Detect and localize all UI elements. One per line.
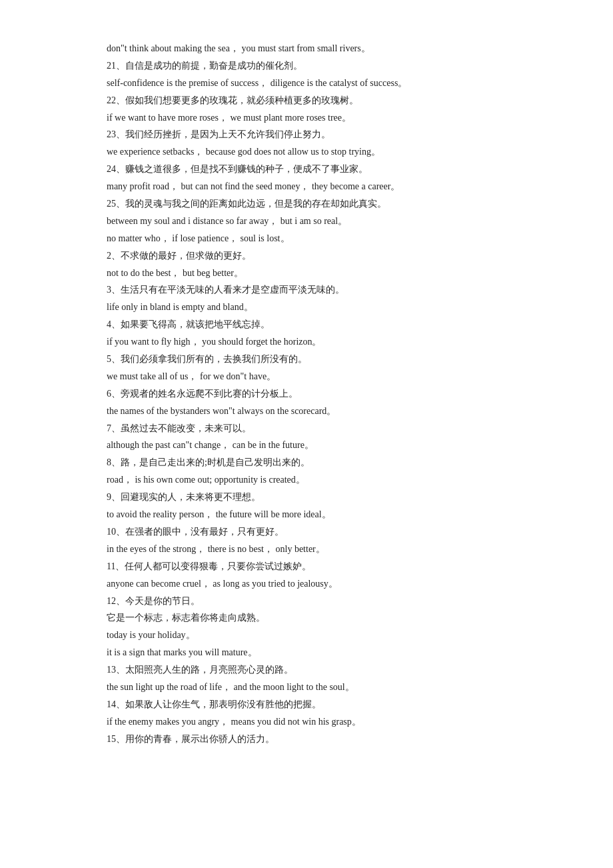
text-line-24: although the past can"t change， can be i…: [107, 437, 506, 454]
text-line-13: 2、不求做的最好，但求做的更好。: [107, 247, 506, 265]
text-line-2: 21、自信是成功的前提，勤奋是成功的催化剂。: [107, 57, 506, 75]
text-line-32: anyone can become cruel， as long as you …: [107, 575, 506, 593]
text-line-28: to avoid the reality person， the future …: [107, 506, 506, 523]
text-line-20: we must take all of us， for we don"t hav…: [107, 368, 506, 385]
text-line-40: if the enemy makes you angry， means you …: [107, 713, 506, 731]
text-line-11: between my soul and i distance so far aw…: [107, 213, 506, 230]
text-line-14: not to do the best， but beg better。: [107, 265, 506, 282]
main-content: don"t think about making the sea， you mu…: [107, 40, 506, 748]
text-line-41: 15、用你的青春，展示出你骄人的活力。: [107, 731, 506, 748]
text-line-18: if you want to fly high， you should forg…: [107, 333, 506, 351]
text-line-3: self-confidence is the premise of succes…: [107, 75, 506, 92]
text-line-15: 3、生活只有在平淡无味的人看来才是空虚而平淡无味的。: [107, 281, 506, 299]
text-line-4: 22、假如我们想要更多的玫瑰花，就必须种植更多的玫瑰树。: [107, 92, 506, 109]
text-line-5: if we want to have more roses， we must p…: [107, 109, 506, 127]
text-line-12: no matter who， if lose patience， soul is…: [107, 230, 506, 247]
text-line-22: the names of the bystanders won"t always…: [107, 403, 506, 420]
text-line-38: the sun light up the road of life， and t…: [107, 679, 506, 696]
text-line-36: it is a sign that marks you will mature。: [107, 644, 506, 661]
text-line-25: 8、路，是自己走出来的;时机是自己发明出来的。: [107, 454, 506, 471]
text-line-23: 7、虽然过去不能改变，未来可以。: [107, 420, 506, 437]
text-line-27: 9、回避现实的人，未来将更不理想。: [107, 489, 506, 506]
text-line-26: road， is his own come out; opportunity i…: [107, 471, 506, 489]
text-line-17: 4、如果要飞得高，就该把地平线忘掉。: [107, 316, 506, 333]
text-line-9: many profit road， but can not find the s…: [107, 178, 506, 195]
text-line-16: life only in bland is empty and bland。: [107, 299, 506, 316]
text-line-31: 11、任何人都可以变得狠毒，只要你尝试过嫉妒。: [107, 558, 506, 575]
text-line-34: 它是一个标志，标志着你将走向成熟。: [107, 609, 506, 627]
text-line-10: 25、我的灵魂与我之间的距离如此边远，但是我的存在却如此真实。: [107, 195, 506, 213]
text-line-30: in the eyes of the strong， there is no b…: [107, 541, 506, 558]
text-line-33: 12、今天是你的节日。: [107, 593, 506, 610]
text-line-8: 24、赚钱之道很多，但是找不到赚钱的种子，便成不了事业家。: [107, 161, 506, 178]
text-line-1: don"t think about making the sea， you mu…: [107, 40, 506, 57]
text-line-19: 5、我们必须拿我们所有的，去换我们所没有的。: [107, 351, 506, 368]
text-line-39: 14、如果敌人让你生气，那表明你没有胜他的把握。: [107, 696, 506, 713]
text-line-29: 10、在强者的眼中，没有最好，只有更好。: [107, 523, 506, 541]
text-line-7: we experience setbacks， because god does…: [107, 143, 506, 161]
text-line-35: today is your holiday。: [107, 627, 506, 644]
text-line-37: 13、太阳照亮人生的路，月亮照亮心灵的路。: [107, 661, 506, 679]
text-line-21: 6、旁观者的姓名永远爬不到比赛的计分板上。: [107, 385, 506, 403]
text-line-6: 23、我们经历挫折，是因为上天不允许我们停止努力。: [107, 126, 506, 143]
